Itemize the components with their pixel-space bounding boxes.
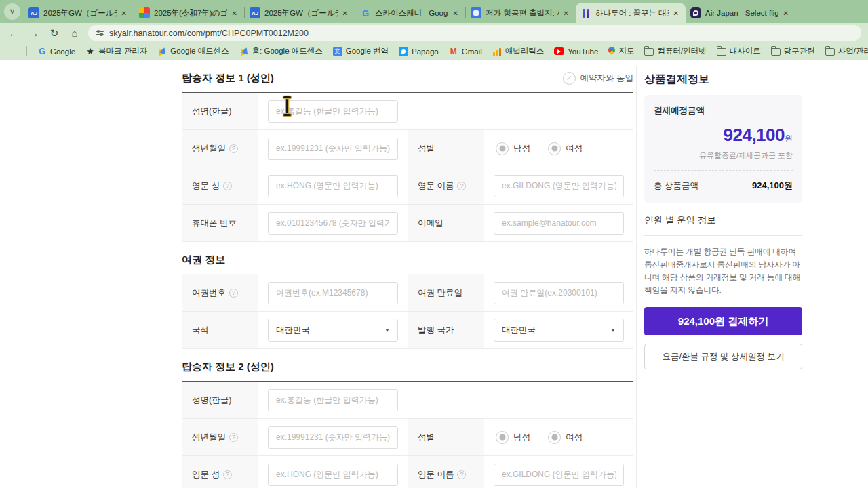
phone-input[interactable] bbox=[268, 212, 398, 235]
field-cell: 대한민국 ▼ bbox=[484, 312, 633, 348]
radio-icon[interactable] bbox=[496, 431, 509, 444]
translate-icon: 文 bbox=[333, 47, 342, 56]
back-icon[interactable]: ← bbox=[7, 27, 20, 39]
browser-toolbar: ← → ↻ ⌂ skyair.hanatour.com/com/pmt/CHPC… bbox=[0, 23, 868, 43]
table-row: 생년월일? 성별 남성 여성 bbox=[182, 130, 633, 167]
fare-info-accordion[interactable]: 인원 별 운임 정보 bbox=[644, 203, 802, 236]
url-text[interactable]: skyair.hanatour.com/com/pmt/CHPC0PMT0012… bbox=[109, 28, 309, 38]
bookmark-adsense[interactable]: Google 애드센스 bbox=[157, 46, 229, 56]
tab-hanatour-active[interactable]: 하나투어 : 꿈꾸는 대로, 펼쳐지 ✕ bbox=[576, 3, 686, 23]
bookmark-youtube[interactable]: YouTube bbox=[554, 47, 598, 56]
close-icon[interactable]: ✕ bbox=[561, 8, 571, 18]
bookmark-maps[interactable]: 지도 bbox=[608, 46, 634, 56]
section-title: 탑승자 정보 2 (성인) bbox=[182, 361, 274, 373]
close-icon[interactable]: ✕ bbox=[230, 8, 239, 18]
bookmark-folder-computer[interactable]: 컴퓨터/인터넷 bbox=[644, 46, 706, 56]
help-icon[interactable]: ? bbox=[229, 433, 238, 442]
field-label: 성별 bbox=[408, 419, 484, 455]
airjapan-favicon-icon bbox=[690, 7, 701, 18]
bookmark-manager[interactable]: ★ 북마크 관리자 bbox=[85, 46, 147, 56]
close-icon[interactable]: ✕ bbox=[119, 8, 129, 18]
issuing-country-select[interactable]: 대한민국 ▼ bbox=[494, 319, 624, 342]
reload-icon[interactable]: ↻ bbox=[47, 27, 61, 39]
help-icon[interactable]: ? bbox=[457, 182, 466, 190]
forward-icon[interactable]: → bbox=[27, 27, 41, 39]
table-row: 성명(한글) bbox=[182, 382, 633, 419]
female-radio-option[interactable]: 여성 bbox=[548, 142, 583, 155]
help-icon[interactable]: ? bbox=[229, 289, 238, 298]
field-cell bbox=[258, 456, 408, 488]
passenger2-section-header: 탑승자 정보 2 (성인) bbox=[182, 349, 633, 381]
field-cell: 남성 여성 bbox=[484, 130, 633, 167]
table-row: 여권번호? 여권 만료일 bbox=[182, 274, 633, 312]
star-icon: ★ bbox=[85, 47, 95, 56]
help-icon[interactable]: ? bbox=[229, 144, 238, 153]
pay-button[interactable]: 924,100원 결제하기 bbox=[644, 307, 802, 336]
table-row: 생년월일? 성별 남성 여성 bbox=[182, 419, 633, 456]
bookmark-folder-business[interactable]: 사업/관리/개인/계정 bbox=[825, 46, 868, 56]
field-label: 휴대폰 번호 bbox=[182, 205, 258, 241]
tab-airjapan[interactable]: Air Japan - Select flight ✕ bbox=[686, 3, 795, 23]
male-radio-option-p2[interactable]: 남성 bbox=[496, 431, 530, 444]
close-icon[interactable]: ✕ bbox=[340, 8, 350, 18]
birthdate-input-p2[interactable] bbox=[268, 426, 398, 449]
papago-icon bbox=[399, 47, 408, 56]
same-as-booker-toggle[interactable]: ✓ 예약자와 동일 bbox=[563, 72, 633, 85]
passport-number-input[interactable] bbox=[268, 282, 398, 304]
field-label: 성명(한글) bbox=[182, 382, 258, 418]
help-icon[interactable]: ? bbox=[223, 182, 232, 190]
passport-table: 여권번호? 여권 만료일 국적 대한민국 ▼ 발행 국가 bbox=[182, 274, 633, 349]
home-icon[interactable]: ⌂ bbox=[68, 27, 81, 39]
tab-skyscanner-search[interactable]: G 스카이스캐너 - Google 검색 ✕ bbox=[355, 3, 465, 23]
payment-summary-card: 결제예정금액 924,100원 유류할증료/제세공과금 포함 총 상품금액 92… bbox=[644, 95, 802, 203]
field-cell bbox=[258, 205, 408, 241]
radio-icon[interactable] bbox=[548, 431, 561, 444]
site-settings-icon[interactable] bbox=[96, 30, 104, 35]
male-radio-option[interactable]: 남성 bbox=[496, 142, 530, 155]
bookmark-folder-billiards[interactable]: 당구관련 bbox=[771, 46, 815, 56]
total-amount-row: 총 상품금액 924,100원 bbox=[654, 180, 793, 192]
birthdate-input[interactable] bbox=[268, 138, 398, 160]
fare-rules-button[interactable]: 요금/환불 규정 및 상세일정 보기 bbox=[644, 344, 802, 369]
address-bar[interactable]: skyair.hanatour.com/com/pmt/CHPC0PMT0012… bbox=[88, 25, 861, 41]
english-lastname-input-p2[interactable] bbox=[268, 464, 398, 486]
bookmark-gmail[interactable]: M Gmail bbox=[449, 47, 482, 56]
radio-icon[interactable] bbox=[496, 142, 509, 155]
field-cell bbox=[484, 456, 633, 488]
name-input-p2[interactable] bbox=[268, 389, 398, 411]
folder-icon bbox=[825, 48, 835, 56]
bookmark-folder-mysite[interactable]: 내사이트 bbox=[717, 46, 761, 56]
nationality-select[interactable]: 대한민국 ▼ bbox=[268, 319, 398, 342]
close-icon[interactable]: ✕ bbox=[781, 8, 791, 18]
analytics-icon bbox=[492, 47, 502, 56]
tab-search-button[interactable]: ˅ bbox=[4, 3, 20, 20]
radio-icon[interactable] bbox=[548, 142, 561, 155]
expected-amount: 924,100원 bbox=[654, 125, 793, 146]
bookmark-analytics[interactable]: 애널리틱스 bbox=[492, 46, 545, 56]
folder-icon bbox=[717, 48, 726, 56]
help-icon[interactable]: ? bbox=[223, 470, 232, 479]
field-label: 국적 bbox=[182, 312, 258, 348]
field-cell bbox=[258, 274, 408, 311]
close-icon[interactable]: ✕ bbox=[451, 8, 460, 18]
bookmark-papago[interactable]: Papago bbox=[399, 47, 439, 56]
bookmark-translate[interactable]: 文 Google 번역 bbox=[333, 46, 389, 56]
field-label: 영문 이름? bbox=[408, 456, 484, 488]
email-input[interactable] bbox=[494, 212, 624, 235]
tab-golden-week-calendar[interactable]: 2025年(令和7年)のゴールデンウィ- ✕ bbox=[134, 3, 244, 23]
bookmark-adsense-home[interactable]: 홈: Google 애드센스 bbox=[239, 46, 323, 56]
female-radio-option-p2[interactable]: 여성 bbox=[548, 431, 583, 444]
passport-expiry-input[interactable] bbox=[494, 282, 624, 304]
help-icon[interactable]: ? bbox=[457, 470, 466, 479]
apps-grid-icon[interactable] bbox=[7, 47, 16, 56]
tab-golden-week-1[interactable]: AJ 2025年GW（ゴールデンウィーク）| ✕ bbox=[24, 3, 134, 23]
name-input[interactable] bbox=[268, 100, 398, 123]
tab-golden-week-2[interactable]: AJ 2025年GW（ゴールデンウィーク）| ✕ bbox=[245, 3, 355, 23]
english-firstname-input-p2[interactable] bbox=[494, 464, 624, 486]
field-cell: 남성 여성 bbox=[484, 419, 633, 455]
bookmark-google[interactable]: G Google bbox=[37, 47, 75, 56]
tab-lowcost-flights[interactable]: 저가 항공편 출발지: 서울 목적 ✕ bbox=[466, 3, 576, 23]
english-firstname-input[interactable] bbox=[494, 175, 624, 197]
english-lastname-input[interactable] bbox=[268, 175, 398, 197]
close-icon[interactable]: ✕ bbox=[671, 8, 681, 18]
